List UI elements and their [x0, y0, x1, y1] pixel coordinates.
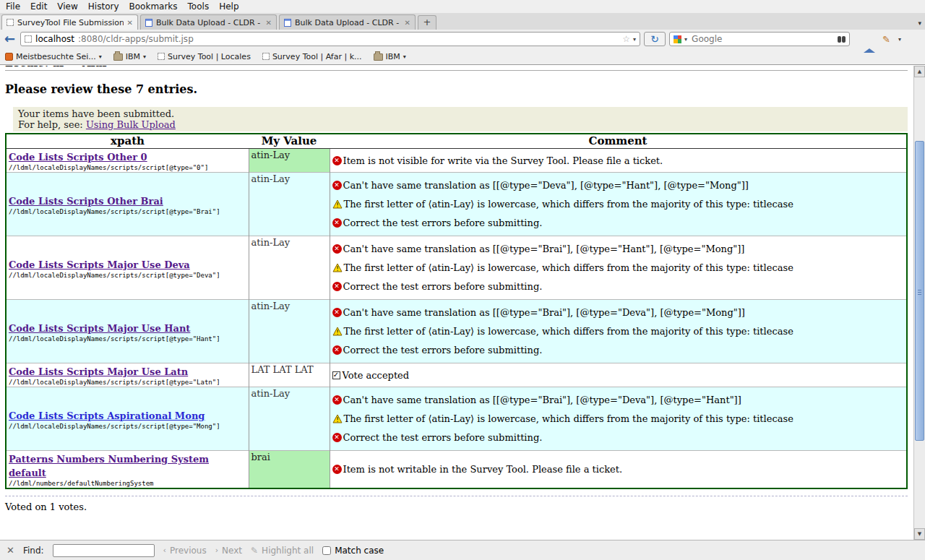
- toolbar-overflow-chevron-icon[interactable]: ▾: [898, 36, 901, 43]
- scroll-up-icon[interactable]: ▲: [914, 66, 925, 77]
- bookmark-folder-ibm-1[interactable]: IBM ▾: [113, 52, 146, 61]
- value-cell: atin-Lay: [249, 149, 330, 173]
- table-row-other-brai: Code Lists Scripts Other Brai //ldml/loc…: [6, 173, 907, 236]
- search-engine-chevron-icon[interactable]: ▾: [684, 36, 687, 43]
- value-cell: atin-Lay: [249, 173, 330, 236]
- comment-text: The first letter of ⟨atin-Lay⟩ is lowerc…: [344, 198, 793, 210]
- highlighter-icon: ✎: [251, 546, 258, 556]
- find-previous-button[interactable]: ‹ Previous: [163, 546, 207, 556]
- menu-file[interactable]: File: [3, 1, 26, 12]
- xpath-link[interactable]: Code Lists Scripts Major Use Latn: [9, 366, 188, 377]
- tab-bulk-upload-1[interactable]: Bulk Data Upload - CLDR - Un... ✕: [140, 14, 277, 30]
- tab-close-icon[interactable]: ✕: [405, 19, 410, 27]
- url-bar[interactable]: localhost :8080/cldr-apps/submit.jsp ☆ ▾: [20, 32, 640, 46]
- scroll-down-icon[interactable]: ▼: [914, 528, 925, 540]
- value-cell: LAT LAT LAT: [249, 363, 330, 387]
- url-path: :8080/cldr-apps/submit.jsp: [78, 34, 194, 44]
- tab-list-chevron-icon[interactable]: ▾: [918, 20, 921, 27]
- home-icon[interactable]: [864, 35, 874, 44]
- tab-close-icon[interactable]: ✕: [127, 19, 133, 27]
- xpath-link[interactable]: Code Lists Scripts Aspirational Mong: [9, 410, 205, 421]
- menu-bookmarks[interactable]: Bookmarks: [126, 1, 184, 12]
- table-row-major-use-hant: Code Lists Scripts Major Use Hant //ldml…: [6, 300, 907, 363]
- xpath-link[interactable]: Code Lists Scripts Major Use Hant: [9, 323, 190, 334]
- notice-line2: For help, see: Using Bulk Upload: [18, 119, 903, 130]
- value-cell: atin-Lay: [249, 236, 330, 300]
- error-icon: ✕: [332, 282, 342, 291]
- xpath-link[interactable]: Code Lists Scripts Major Use Deva: [9, 259, 190, 270]
- page-favicon: [145, 19, 152, 27]
- bookmark-star-icon[interactable]: ☆: [622, 34, 630, 44]
- value-cell: atin-Lay: [249, 300, 330, 363]
- tab-bar: SurveyTool File Submission | ... ✕ Bulk …: [0, 13, 925, 30]
- comment-text: Correct the test errors before submittin…: [343, 344, 543, 356]
- reload-button[interactable]: ↻: [644, 32, 666, 46]
- back-button[interactable]: ←: [4, 32, 15, 46]
- find-label: Find:: [23, 546, 44, 556]
- notice-help-prefix: For help, see:: [18, 119, 86, 130]
- voted-status: Voted on 1 votes.: [5, 501, 908, 512]
- error-icon: ✕: [332, 181, 342, 190]
- navigation-bar: ← localhost :8080/cldr-apps/submit.jsp ☆…: [0, 30, 925, 48]
- error-icon: ✕: [332, 433, 342, 442]
- bookmark-folder-ibm-2[interactable]: IBM ▾: [374, 52, 406, 61]
- table-row-numbering-system: Patterns Numbers Numbering System defaul…: [6, 451, 907, 489]
- find-next-button[interactable]: › Next: [215, 546, 242, 556]
- bookmark-survey-tool-afar[interactable]: Survey Tool | Afar | k...: [262, 52, 362, 61]
- tab-title: Bulk Data Upload - CLDR - Un...: [295, 18, 401, 27]
- page-title: Please review these 7 entries.: [5, 82, 908, 96]
- match-case-checkbox[interactable]: [322, 546, 331, 555]
- search-bar[interactable]: ▾: [669, 32, 850, 46]
- google-engine-icon[interactable]: [674, 35, 681, 43]
- value-cell: atin-Lay: [249, 387, 330, 451]
- highlight-all-button[interactable]: ✎ Highlight all: [251, 546, 314, 556]
- comment-text: Correct the test errors before submittin…: [343, 431, 543, 444]
- scrollbar-thumb[interactable]: [915, 141, 924, 441]
- menu-help[interactable]: Help: [216, 1, 244, 12]
- menu-view[interactable]: View: [54, 1, 83, 12]
- placeholder-favicon: [262, 53, 270, 60]
- bookmark-survey-tool-locales[interactable]: Survey Tool | Locales: [158, 52, 251, 61]
- error-icon: ✕: [332, 244, 342, 254]
- url-dropdown-chevron-icon[interactable]: ▾: [633, 36, 636, 43]
- menu-tools[interactable]: Tools: [185, 1, 215, 12]
- chevron-down-icon: ▾: [403, 53, 406, 60]
- menu-bar: File Edit View History Bookmarks Tools H…: [0, 0, 925, 13]
- comment-error: ✕ Can't have same translation as [[@type…: [332, 179, 905, 191]
- comment-warning: ! The first letter of ⟨atin-Lay⟩ is lowe…: [332, 198, 905, 210]
- tab-title: SurveyTool File Submission | ...: [17, 18, 124, 27]
- tab-bulk-upload-2[interactable]: Bulk Data Upload - CLDR - Un... ✕: [279, 14, 416, 30]
- new-tab-button[interactable]: +: [418, 15, 436, 30]
- page-content: Locale: af — Afar Please review these 7 …: [0, 66, 925, 540]
- match-case-option[interactable]: Match case: [322, 546, 384, 556]
- xpath-link[interactable]: Patterns Numbers Numbering System defaul…: [9, 454, 209, 478]
- menu-edit[interactable]: Edit: [27, 1, 53, 12]
- tab-close-icon[interactable]: ✕: [266, 19, 272, 27]
- tab-title: Bulk Data Upload - CLDR - Un...: [156, 18, 262, 27]
- xpath-link[interactable]: Code Lists Scripts Other 0: [9, 152, 147, 163]
- comment-text: Item is not writable in the Survey Tool.…: [343, 463, 623, 475]
- url-host: localhost: [35, 34, 74, 44]
- xpath-link[interactable]: Code Lists Scripts Other Brai: [9, 196, 163, 207]
- vertical-scrollbar[interactable]: ▲ ▼: [913, 66, 925, 540]
- header-my-value: My Value: [249, 134, 330, 149]
- search-input[interactable]: [690, 33, 835, 45]
- checkbox-checked-icon[interactable]: ✓: [332, 371, 340, 379]
- comment-error: ✕ Item is not visible for write via the …: [332, 155, 905, 167]
- quill-icon[interactable]: ✎: [882, 34, 890, 45]
- find-close-icon[interactable]: ✕: [7, 545, 14, 556]
- error-icon: ✕: [332, 345, 342, 355]
- tab-surveytool-submission[interactable]: SurveyTool File Submission | ... ✕: [1, 14, 138, 30]
- xpath-code: //ldml/localeDisplayNames/scripts/script…: [9, 164, 246, 171]
- xpath-code: //ldml/localeDisplayNames/scripts/script…: [9, 272, 246, 279]
- comment-text: Vote accepted: [343, 369, 410, 382]
- comment-text: Can't have same translation as [[@type="…: [343, 179, 749, 191]
- value-cell: brai: [249, 451, 330, 489]
- find-input[interactable]: [53, 544, 155, 557]
- bookmark-most-visited[interactable]: Meistbesuchte Sei... ▾: [5, 52, 102, 61]
- comment-error: ✕ Correct the test errors before submitt…: [332, 280, 905, 293]
- using-bulk-upload-link[interactable]: Using Bulk Upload: [86, 119, 176, 130]
- warning-icon: !: [332, 199, 343, 209]
- menu-history[interactable]: History: [85, 1, 125, 12]
- binoculars-search-icon[interactable]: [838, 36, 846, 43]
